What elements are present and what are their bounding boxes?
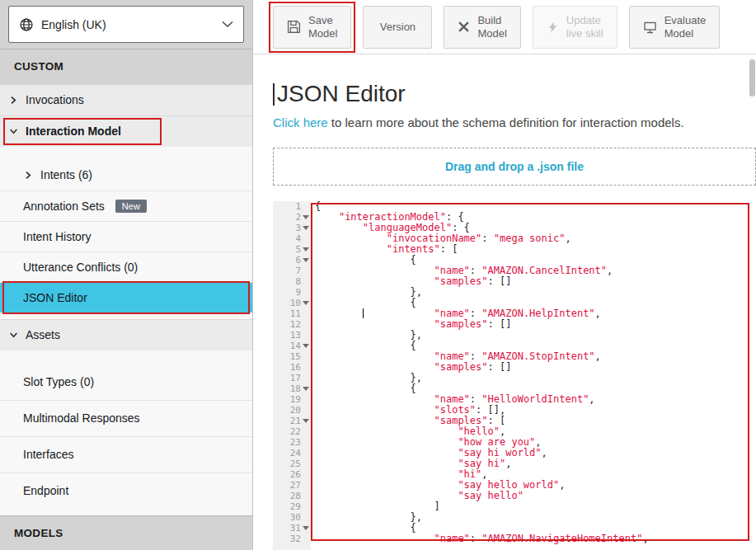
line-number: 25: [290, 458, 301, 469]
sidebar-item-label: Annotation Sets: [23, 200, 105, 213]
json-code-editor[interactable]: 1234567891011121314151617181920212223242…: [273, 201, 756, 550]
line-number: 2: [295, 212, 301, 223]
line-number: 28: [290, 491, 301, 501]
line-number: 18: [290, 383, 301, 394]
gutter-row: 7: [273, 266, 311, 276]
sidebar-item-interfaces[interactable]: Interfaces: [0, 436, 252, 472]
fold-toggle-icon[interactable]: [301, 416, 311, 426]
line-number: 12: [290, 319, 301, 330]
update-live-skill-button[interactable]: Updatelive skill: [533, 6, 617, 49]
editor-caret: [363, 308, 364, 318]
fold-toggle-icon[interactable]: [301, 523, 311, 534]
click-here-link[interactable]: Click here: [273, 115, 328, 129]
fold-toggle-icon[interactable]: [301, 223, 311, 233]
sidebar-item-multimodal-responses[interactable]: Multimodal Responses: [0, 400, 252, 436]
sidebar-item-label: Intents (6): [40, 168, 92, 181]
line-number: 16: [290, 362, 301, 373]
sidebar-item-intent-history[interactable]: Intent History: [0, 221, 252, 251]
chevron-right-icon: [8, 96, 18, 105]
content-area: JSON Editor Click here to learn more abo…: [253, 54, 756, 550]
evaluate-icon: [643, 21, 657, 34]
gutter-spacer: [301, 330, 311, 341]
code-line[interactable]: "name": "AMAZON.NavigateHomeIntent",: [315, 534, 756, 544]
page-scrollbar-thumb[interactable]: [749, 59, 755, 96]
fold-toggle-icon[interactable]: [301, 341, 311, 351]
sidebar-item-utterance-conflicts[interactable]: Utterance Conflicts (0): [0, 251, 252, 282]
gutter-row: 26: [273, 469, 311, 480]
chevron-down-icon: [8, 127, 18, 135]
gutter-row: 14: [273, 341, 311, 351]
gutter-spacer: [301, 491, 311, 501]
sidebar-item-endpoint[interactable]: Endpoint: [0, 472, 252, 509]
gutter-spacer: [301, 405, 311, 416]
chevron-down-icon: [222, 21, 233, 28]
line-number: 19: [290, 394, 301, 405]
gutter-row: 10: [273, 298, 311, 308]
button-label: SaveModel: [308, 14, 337, 40]
gutter-row: 1: [273, 201, 311, 212]
gutter-spacer: [301, 501, 311, 512]
gutter-row: 13: [273, 330, 311, 341]
gutter-spacer: [301, 534, 311, 544]
gutter-row: 5: [273, 244, 311, 255]
chevron-right-icon: [23, 171, 33, 180]
gutter-row: 20: [273, 405, 311, 416]
sidebar-item-label: Assets: [26, 328, 60, 341]
button-label: EvaluateModel: [664, 14, 707, 40]
gutter-row: 15: [273, 351, 311, 362]
sidebar-item-label: Multimodal Responses: [23, 411, 140, 425]
fold-toggle-icon[interactable]: [301, 244, 311, 255]
line-number: 31: [290, 523, 301, 534]
gutter-row: 31: [273, 523, 311, 534]
sidebar-item-interaction-model[interactable]: Interaction Model: [0, 115, 252, 147]
sidebar-item-assets[interactable]: Assets: [0, 319, 252, 350]
line-number: 8: [295, 276, 301, 287]
app-window: English (UK) CUSTOM InvocationsInteracti…: [0, 0, 756, 550]
gutter-spacer: [301, 437, 311, 448]
sidebar-item-annotation-sets[interactable]: Annotation SetsNew: [0, 190, 252, 221]
build-model-button[interactable]: BuildModel: [444, 6, 520, 49]
dropzone-label: Drag and drop a .json file: [445, 160, 584, 173]
evaluate-model-button[interactable]: EvaluateModel: [629, 6, 721, 49]
language-selector[interactable]: English (UK): [8, 6, 244, 43]
chevron-down-icon: [8, 331, 18, 339]
fold-toggle-icon[interactable]: [301, 212, 311, 223]
json-dropzone[interactable]: Drag and drop a .json file: [273, 148, 756, 186]
sidebar-item-json-editor[interactable]: JSON Editor: [0, 282, 252, 313]
line-number: 20: [290, 405, 301, 416]
gutter-spacer: [301, 480, 311, 491]
sidebar-item-invocations[interactable]: Invocations: [0, 84, 252, 115]
save-model-button[interactable]: SaveModel: [273, 6, 351, 49]
fold-toggle-icon[interactable]: [301, 383, 311, 394]
line-number: 4: [295, 233, 301, 244]
button-label: BuildModel: [477, 14, 506, 40]
page-title: JSON Editor: [273, 81, 756, 107]
sidebar-item-label: Slot Types (0): [23, 375, 94, 388]
line-number: 9: [295, 287, 301, 298]
gutter-row: 17: [273, 373, 311, 383]
line-number: 10: [290, 298, 301, 308]
sidebar-item-intents[interactable]: Intents (6): [0, 160, 252, 190]
line-number: 17: [290, 373, 301, 383]
sidebar-item-label: Intent History: [23, 230, 91, 243]
editor-code-area[interactable]: { "interactionModel": { "languageModel":…: [311, 201, 756, 550]
gutter-row: 28: [273, 491, 311, 501]
line-number: 32: [290, 534, 301, 544]
line-number: 1: [295, 201, 301, 212]
line-number: 13: [290, 330, 301, 341]
fold-toggle-icon[interactable]: [301, 298, 311, 308]
gutter-spacer: [301, 458, 311, 469]
version-button[interactable]: Version: [363, 6, 432, 49]
line-number: 15: [290, 351, 301, 362]
sidebar-item-label: Interfaces: [23, 448, 73, 461]
button-label: Updatelive skill: [566, 14, 603, 40]
gutter-row: 27: [273, 480, 311, 491]
gutter-spacer: [301, 308, 311, 319]
build-model-button-wrap: BuildModel: [444, 6, 520, 49]
gutter-spacer: [301, 266, 311, 276]
sidebar-item-slot-types[interactable]: Slot Types (0): [0, 364, 252, 400]
fold-toggle-icon[interactable]: [301, 255, 311, 266]
gutter-spacer: [301, 351, 311, 362]
sidebar-item-label: Endpoint: [23, 484, 68, 497]
save-icon: [287, 20, 301, 34]
